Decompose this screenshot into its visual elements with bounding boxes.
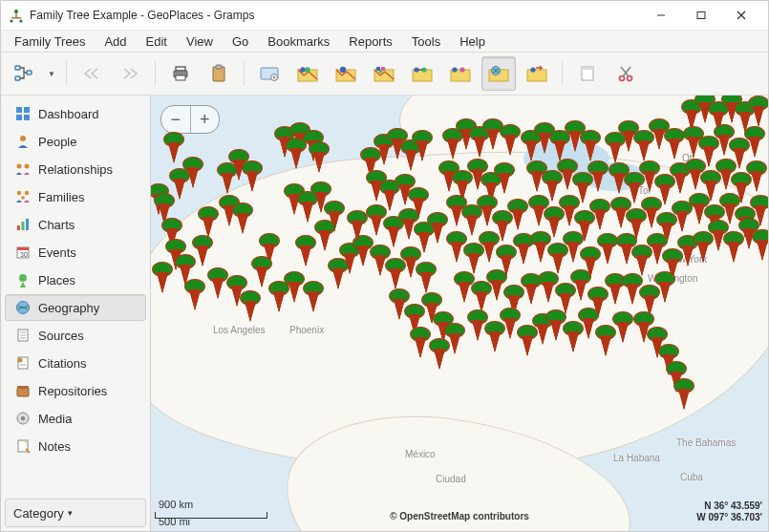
clipboard-button[interactable] (202, 56, 236, 91)
sidebar-item-repositories[interactable]: Repositories (5, 377, 146, 404)
map-view[interactable]: − + 900 km 500 mi © OpenStreetMap contri… (151, 96, 768, 531)
sidebar-item-label: Events (38, 245, 76, 260)
svg-point-3 (10, 19, 12, 22)
map-pin[interactable] (587, 160, 609, 191)
map-pin[interactable] (597, 233, 618, 264)
minimize-button[interactable] (642, 4, 680, 27)
sidebar-item-label: Families (38, 190, 84, 204)
map-pin[interactable] (303, 281, 324, 311)
sidebar-item-people[interactable]: People (5, 128, 146, 155)
svg-rect-41 (582, 67, 593, 70)
geo-people-button[interactable] (290, 56, 325, 91)
map-pin[interactable] (198, 206, 219, 237)
svg-point-22 (305, 67, 310, 73)
menu-edit[interactable]: Edit (139, 32, 175, 51)
map-label: Ciudad (436, 474, 466, 484)
map-pin[interactable] (286, 138, 307, 168)
map-pin[interactable] (673, 378, 694, 409)
map-pin[interactable] (654, 271, 675, 302)
sidebar-toggle-dropdown[interactable]: ▼ (45, 57, 58, 90)
zoom-out-button[interactable]: − (161, 106, 191, 133)
sidebar-toggle-button[interactable] (7, 56, 41, 91)
menu-bookmarks[interactable]: Bookmarks (260, 32, 337, 51)
sidebar-item-events[interactable]: 30Events (5, 239, 146, 266)
geography-icon (15, 300, 31, 315)
map-pin[interactable] (412, 130, 433, 160)
map-pin[interactable] (748, 96, 768, 126)
menu-family-trees[interactable]: Family Trees (7, 32, 93, 51)
category-selector[interactable]: Category ▾ (5, 499, 146, 527)
places-icon (15, 272, 31, 287)
map-pin[interactable] (416, 262, 437, 292)
map-pin[interactable] (410, 327, 431, 357)
menu-tools[interactable]: Tools (404, 32, 448, 51)
sidebar-item-citations[interactable]: Citations (5, 350, 146, 376)
map-pin[interactable] (309, 141, 330, 172)
zoom-in-button[interactable]: + (191, 106, 220, 133)
map-pin[interactable] (182, 157, 203, 187)
cut-button[interactable] (609, 56, 643, 91)
map-pin[interactable] (580, 130, 601, 160)
map-pin[interactable] (664, 128, 685, 159)
maximize-button[interactable] (682, 4, 720, 27)
map-pin[interactable] (163, 132, 184, 162)
map-pin[interactable] (295, 235, 316, 266)
menu-help[interactable]: Help (452, 32, 493, 51)
sidebar-item-label: Dashboard (38, 107, 99, 121)
svg-point-4 (19, 19, 22, 22)
sidebar-item-charts[interactable]: Charts (5, 211, 146, 238)
menu-reports[interactable]: Reports (341, 32, 400, 51)
geo-person-button[interactable] (329, 56, 363, 91)
sidebar-item-media[interactable]: Media (5, 405, 146, 432)
sidebar-item-geography[interactable]: Geography (5, 294, 146, 321)
sidebar-item-dashboard[interactable]: Dashboard (5, 100, 146, 127)
map-pin[interactable] (507, 199, 528, 229)
sidebar-item-families[interactable]: Families (5, 183, 146, 210)
map-pin[interactable] (589, 199, 610, 229)
map-pin[interactable] (184, 279, 205, 309)
map-pin[interactable] (500, 124, 521, 155)
geo-events-button[interactable] (443, 56, 478, 91)
sidebar-item-relationships[interactable]: Relationships (5, 156, 146, 182)
document-button[interactable] (570, 56, 605, 91)
map-pin[interactable] (429, 338, 450, 369)
map-pin[interactable] (752, 229, 768, 260)
map-pin[interactable] (347, 210, 368, 241)
menu-view[interactable]: View (179, 32, 221, 51)
map-pin[interactable] (207, 267, 228, 298)
sidebar-item-label: Relationships (38, 162, 113, 177)
nav-back-button[interactable] (75, 56, 109, 91)
print-button[interactable] (163, 56, 198, 91)
menu-add[interactable]: Add (96, 32, 134, 51)
sidebar-item-label: People (38, 135, 76, 149)
map-pin[interactable] (746, 160, 767, 191)
map-pin[interactable] (242, 160, 263, 191)
map-pin[interactable] (152, 262, 173, 292)
map-pin[interactable] (284, 271, 305, 302)
map-pin[interactable] (744, 126, 765, 157)
configure-view-button[interactable] (252, 56, 287, 91)
geo-moves-button[interactable] (520, 56, 554, 91)
map-pin[interactable] (192, 235, 213, 266)
svg-point-21 (300, 67, 306, 73)
sidebar-item-notes[interactable]: Notes (5, 433, 146, 459)
svg-rect-47 (24, 107, 30, 113)
sidebar-item-places[interactable]: Places (5, 266, 146, 293)
close-button[interactable] (722, 4, 760, 27)
map-pin[interactable] (427, 212, 448, 243)
map-pin[interactable] (612, 311, 633, 342)
svg-rect-6 (697, 12, 705, 19)
map-pin[interactable] (240, 290, 261, 321)
sidebar-item-sources[interactable]: Sources (5, 322, 146, 349)
map-pin[interactable] (494, 162, 515, 193)
menu-go[interactable]: Go (224, 32, 256, 51)
geo-family-button[interactable] (367, 56, 401, 91)
app-icon (9, 8, 24, 23)
map-pin[interactable] (232, 202, 253, 233)
svg-rect-57 (22, 222, 25, 230)
nav-forward-button[interactable] (113, 56, 147, 91)
map-label: Los Angeles (213, 325, 266, 335)
map-pin[interactable] (314, 220, 335, 250)
geo-places-button[interactable] (481, 56, 516, 91)
geo-relation-button[interactable] (405, 56, 439, 91)
